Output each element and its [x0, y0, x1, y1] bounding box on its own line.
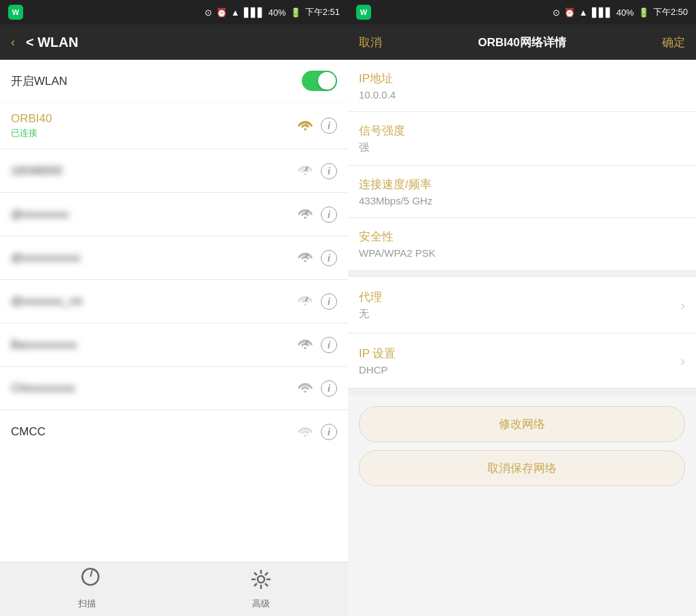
advanced-label: 高级 — [252, 598, 270, 610]
wlan-toggle-section: 开启WLAN — [0, 60, 348, 102]
modify-network-button[interactable]: 修改网络 — [359, 406, 685, 442]
wifi-name: ORBI40 — [11, 112, 298, 126]
wifi-item-5[interactable]: Baxxxxxxxxx i — [0, 323, 348, 367]
wlan-toggle-switch[interactable] — [302, 71, 337, 91]
wifi-name: @xxxxxxx_mt — [11, 295, 298, 308]
wifi-name-area: ORBI40 已连接 — [11, 112, 298, 139]
ip-settings-label: IP 设置 — [359, 346, 396, 361]
wifi-item-4[interactable]: @xxxxxxx_mt i — [0, 280, 348, 323]
wifi-name: Chinxxxxxxx — [11, 382, 298, 395]
wifi-status-icon: ▲ — [231, 7, 240, 18]
signal-icon-r: ▋▋▋ — [592, 7, 612, 18]
wifi-info-icon[interactable]: i — [321, 380, 337, 397]
svg-line-20 — [254, 573, 257, 575]
svg-point-6 — [304, 260, 307, 262]
connection-speed-value: 433Mbps/5 GHz — [359, 195, 685, 206]
wifi-item-2[interactable]: @xxxxxxxx i — [0, 193, 348, 236]
scan-label: 扫描 — [78, 598, 96, 610]
signal-strength-label: 信号强度 — [359, 123, 685, 139]
wifi-signal-open-weak-icon — [298, 424, 313, 440]
wifi-item-3[interactable]: @xxxxxxxxxx i — [0, 236, 348, 280]
wifi-status-icon-r: ▲ — [579, 7, 588, 18]
wifi-item-1[interactable]: 16048000 i — [0, 149, 348, 193]
proxy-chevron-icon: › — [680, 297, 685, 313]
wechat-icon: W — [8, 5, 23, 20]
wifi-info-icon[interactable]: i — [321, 163, 337, 179]
svg-point-0 — [304, 128, 307, 130]
time-left: 下午2:51 — [305, 6, 340, 18]
left-nav-title: < WLAN — [26, 35, 78, 50]
security-value: WPA/WPA2 PSK — [359, 247, 685, 259]
wifi-info-icon[interactable]: i — [321, 424, 337, 440]
scan-action[interactable]: 扫描 — [76, 568, 98, 610]
detail-content: IP地址 10.0.0.4 信号强度 强 连接速度/频率 433Mbps/5 G… — [348, 60, 696, 616]
cancel-button[interactable]: 取消 — [359, 35, 382, 50]
wifi-signal-locked-icon — [298, 250, 313, 266]
right-status-icons: W — [356, 5, 371, 20]
wifi-name-area: 16048000 — [11, 164, 298, 178]
compass-icon: ⊙ — [205, 7, 212, 18]
left-status-bar: W ⊙ ⏰ ▲ ▋▋▋ 40% 🔋 下午2:51 — [0, 0, 348, 24]
ip-settings-row-left: IP 设置 DHCP — [359, 346, 396, 376]
security-label: 安全性 — [359, 229, 685, 244]
detail-section-top: IP地址 10.0.0.4 信号强度 强 连接速度/频率 433Mbps/5 G… — [348, 60, 696, 270]
wifi-subtitle: 已连接 — [11, 127, 298, 139]
svg-line-22 — [265, 573, 268, 575]
svg-point-4 — [304, 217, 307, 219]
back-chevron-icon: ‹ — [11, 35, 15, 50]
wifi-info-icon[interactable]: i — [321, 293, 337, 310]
alarm-icon: ⏰ — [216, 7, 227, 18]
time-right: 下午2:50 — [653, 6, 688, 18]
right-status-bar: W ⊙ ⏰ ▲ ▋▋▋ 40% 🔋 下午2:50 — [348, 0, 696, 24]
wifi-signal-locked-icon — [298, 337, 313, 352]
wifi-list: ORBI40 已连接 i 16048000 — [0, 103, 348, 562]
wifi-signal-locked-weak-icon — [298, 163, 313, 179]
wifi-item-cmcc[interactable]: CMCC i — [0, 410, 348, 454]
proxy-row[interactable]: 代理 无 › — [348, 277, 696, 333]
compass-icon-r: ⊙ — [553, 7, 560, 18]
wifi-name: CMCC — [11, 425, 298, 439]
wlan-toggle-label: 开启WLAN — [11, 73, 67, 89]
wifi-name-area: @xxxxxxxxxx — [11, 251, 298, 265]
wifi-name-area: @xxxxxxx_mt — [11, 295, 298, 308]
wifi-info-icon[interactable]: i — [321, 117, 337, 134]
scan-icon — [76, 568, 98, 595]
section-divider-1 — [348, 270, 696, 277]
wifi-icons: i — [298, 380, 337, 397]
wifi-icons: i — [298, 337, 337, 353]
wifi-name: Baxxxxxxxxx — [11, 338, 298, 352]
right-panel: W ⊙ ⏰ ▲ ▋▋▋ 40% 🔋 下午2:50 取消 ORBI40网络详情 确… — [348, 0, 696, 616]
wifi-item-chin[interactable]: Chinxxxxxxx i — [0, 367, 348, 410]
ip-settings-value: DHCP — [359, 364, 396, 376]
section-divider-2 — [348, 388, 696, 395]
wifi-item-orbi40[interactable]: ORBI40 已连接 i — [0, 103, 348, 149]
back-button[interactable]: ‹ < WLAN — [11, 35, 78, 50]
wifi-info-icon[interactable]: i — [321, 337, 337, 353]
proxy-label: 代理 — [359, 289, 382, 305]
wifi-name-area: @xxxxxxxx — [11, 208, 298, 221]
ip-settings-row[interactable]: IP 设置 DHCP › — [348, 333, 696, 388]
svg-point-8 — [304, 304, 307, 306]
right-nav-bar: 取消 ORBI40网络详情 确定 — [348, 24, 696, 60]
wifi-name: @xxxxxxxx — [11, 208, 298, 221]
advanced-action[interactable]: 高级 — [250, 568, 272, 610]
svg-point-12 — [304, 391, 307, 393]
wifi-signal-locked-weak-icon — [298, 293, 313, 309]
signal-icon: ▋▋▋ — [244, 7, 264, 18]
wifi-info-icon[interactable]: i — [321, 250, 337, 266]
confirm-button[interactable]: 确定 — [662, 35, 685, 50]
battery-percent-r: 40% — [616, 7, 634, 18]
signal-strength-value: 强 — [359, 141, 685, 154]
wifi-info-icon[interactable]: i — [321, 206, 337, 223]
svg-point-2 — [304, 173, 307, 175]
wifi-name: 16048000 — [11, 164, 298, 178]
wifi-icons: i — [298, 293, 337, 310]
proxy-row-left: 代理 无 — [359, 289, 382, 321]
cancel-save-network-button[interactable]: 取消保存网络 — [359, 450, 685, 486]
wifi-icons: i — [298, 424, 337, 440]
svg-point-15 — [258, 576, 264, 583]
svg-line-21 — [265, 583, 268, 586]
wifi-signal-locked-icon — [298, 206, 313, 222]
bottom-bar: 扫描 高级 — [0, 562, 348, 616]
wifi-name-area: CMCC — [11, 425, 298, 439]
